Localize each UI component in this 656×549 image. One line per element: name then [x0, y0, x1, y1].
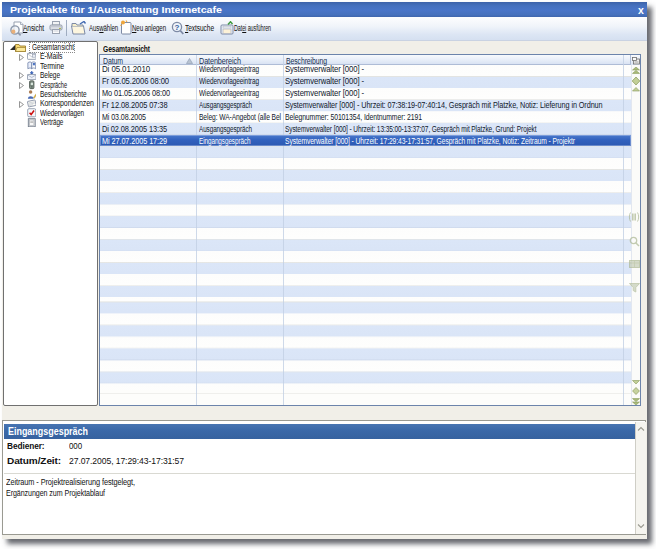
svg-text:?: ? — [175, 23, 180, 32]
